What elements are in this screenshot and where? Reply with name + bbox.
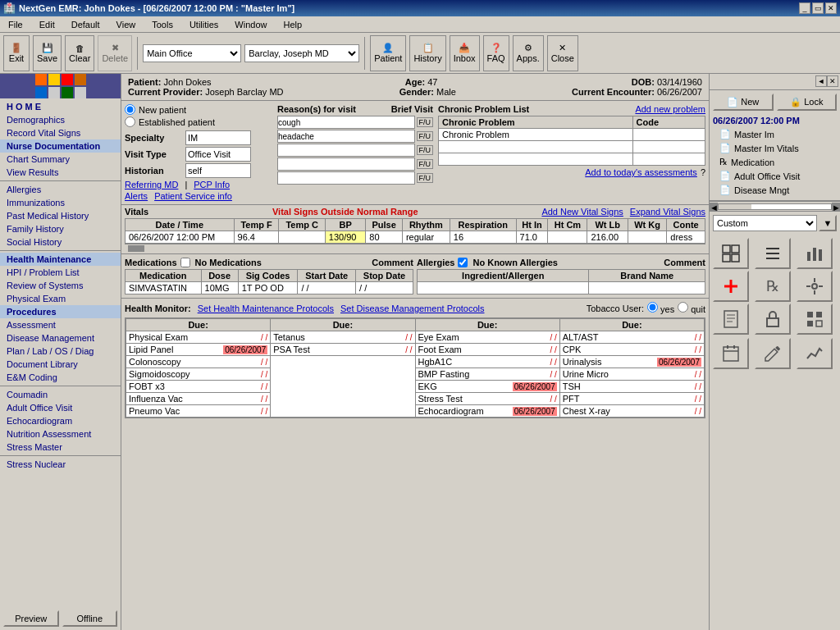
add-assessments-link[interactable]: Add to today's assessments [585,167,697,177]
vitals-scroll-thumb[interactable] [128,245,144,252]
sidebar-item-disease-mgmt[interactable]: Disease Management [0,331,121,345]
menu-default[interactable]: Default [66,18,105,31]
new-button[interactable]: 📄 New [713,94,774,111]
sidebar-item-past-medical[interactable]: Past Medical History [0,209,121,222]
expand-vitals-link[interactable]: Expand Vital Signs [630,207,705,217]
right-panel-minimize[interactable]: ◄ [815,75,827,87]
save-button[interactable]: 💾 Save [33,35,62,71]
patient-service-link[interactable]: Patient Service info [154,191,232,201]
no-meds-checkbox[interactable] [180,258,190,267]
faq-button[interactable]: ❓ FAQ [483,35,509,71]
sidebar-item-em-coding[interactable]: E&M Coding [0,371,121,384]
sidebar-item-allergies[interactable]: Allergies [0,183,121,196]
pcp-info-link[interactable]: PCP Info [194,180,230,189]
apps-button[interactable]: ⚙ Apps. [513,35,544,71]
grid2-icon-btn[interactable] [797,304,833,335]
menu-window[interactable]: Window [230,18,272,31]
reason-input-3[interactable] [277,144,415,157]
specialty-input[interactable] [185,130,251,145]
sidebar-item-nutrition[interactable]: Nutrition Assessment [0,427,121,441]
chart-icon-btn[interactable] [797,238,833,269]
tree-item-medication[interactable]: ℞ Medication [713,155,837,169]
fu-button-1[interactable]: F/U [417,117,434,127]
sidebar-item-plan-lab[interactable]: Plan / Lab / OS / Diag [0,345,121,358]
list-icon-btn[interactable] [755,238,791,269]
reason-input-4[interactable] [277,158,415,171]
historian-input[interactable] [185,163,251,178]
help-icon[interactable]: ? [701,167,705,177]
sidebar-item-doc-library[interactable]: Document Library [0,358,121,371]
add-vitals-link[interactable]: Add New Vital Signs [541,207,623,217]
sidebar-item-social-history[interactable]: Social History [0,235,121,249]
pencil-icon-btn[interactable] [755,338,791,369]
no-known-allergies-checkbox[interactable] [458,258,468,267]
right-scrollbar[interactable]: ◄ ► [710,202,840,212]
sidebar-item-immunizations[interactable]: Immunizations [0,196,121,209]
provider-select[interactable]: Barclay, Joseph MD [244,44,359,62]
sidebar-item-view-results[interactable]: View Results [0,166,121,179]
sidebar-item-nurse-doc[interactable]: Nurse Documentation [0,139,121,153]
close-button[interactable]: ✕ [825,2,837,14]
menu-utilities[interactable]: Utilities [185,18,223,31]
preview-button[interactable]: Preview [3,610,59,627]
menu-help[interactable]: Help [278,18,307,31]
grid-icon-btn-1[interactable] [713,238,749,269]
visit-type-input[interactable] [185,147,251,162]
restore-button[interactable]: ▭ [812,2,824,14]
set-dm-protocols-link[interactable]: Set Disease Management Protocols [340,304,484,313]
set-hm-protocols-link[interactable]: Set Health Maintenance Protocols [198,304,334,313]
plus-icon-btn[interactable] [713,271,749,302]
right-panel-close[interactable]: ✕ [827,75,838,87]
add-problem-link[interactable]: Add new problem [635,104,705,114]
title-bar-controls[interactable]: _ ▭ ✕ [799,2,837,14]
sidebar-item-echocardiogram[interactable]: Echocardiogram [0,414,121,427]
clear-button[interactable]: 🗑 Clear [65,35,94,71]
tree-item-master-im-vitals[interactable]: 📄 Master Im Vitals [713,141,837,155]
rx-icon-btn[interactable]: ℞ [755,271,791,302]
minimize-button[interactable]: _ [799,2,810,14]
established-patient-radio[interactable]: Established patient [125,116,272,127]
sidebar-item-chart-summary[interactable]: Chart Summary [0,153,121,166]
tree-item-adult-office[interactable]: 📄 Adult Office Visit [713,169,837,183]
tree-item-disease-mngt[interactable]: 📄 Disease Mngt [713,183,837,197]
sidebar-item-health-maintenance[interactable]: Health Maintenance [0,253,121,266]
alerts-link[interactable]: Alerts [125,191,148,201]
sidebar-item-hpi[interactable]: HPI / Problem List [0,266,121,279]
sidebar-item-assessment[interactable]: Assessment [0,318,121,331]
scroll-thumb[interactable] [719,204,751,209]
sidebar-item-coumadin[interactable]: Coumadin [0,388,121,401]
lock-icon-btn-2[interactable] [755,304,791,335]
menu-edit[interactable]: Edit [34,18,60,31]
fu-button-4[interactable]: F/U [417,159,434,169]
exit-button[interactable]: 🚪 Exit [3,35,30,71]
vitals-scrollbar[interactable] [125,244,705,252]
referring-md-link[interactable]: Referring MD [125,180,178,189]
graph-icon-btn[interactable] [797,338,833,369]
scroll-left-arrow[interactable]: ◄ [710,203,718,211]
patient-button[interactable]: 👤 Patient [370,35,406,71]
sidebar-item-family-history[interactable]: Family History [0,222,121,235]
sidebar-item-stress-master[interactable]: Stress Master [0,441,121,454]
sidebar-item-procedures[interactable]: Procedures [0,305,121,318]
scroll-right-arrow[interactable]: ► [832,203,840,211]
reason-input-5[interactable] [277,171,415,185]
lock-button[interactable]: 🔒 Lock [777,94,838,111]
history-button[interactable]: 📋 History [409,35,445,71]
tools-icon-btn[interactable] [797,271,833,302]
tree-item-master-im[interactable]: 📄 Master Im [713,127,837,141]
calendar-icon-btn[interactable] [713,338,749,369]
report-icon-btn[interactable] [713,304,749,335]
new-patient-radio[interactable]: New patient [125,104,272,115]
custom-menu-button[interactable]: ▼ [819,215,837,231]
sidebar-item-review-systems[interactable]: Review of Systems [0,279,121,292]
custom-select[interactable]: Custom [713,215,817,231]
fu-button-3[interactable]: F/U [417,145,434,155]
reason-input-1[interactable] [277,116,415,129]
reason-input-2[interactable] [277,130,415,143]
close-window-button[interactable]: ✕ Close [547,35,578,71]
fu-button-5[interactable]: F/U [417,173,434,183]
sidebar-item-home[interactable]: H O M E [0,100,121,113]
fu-button-2[interactable]: F/U [417,131,434,141]
sidebar-item-vitals[interactable]: Record Vital Signs [0,126,121,139]
location-select[interactable]: Main Office [143,44,241,62]
